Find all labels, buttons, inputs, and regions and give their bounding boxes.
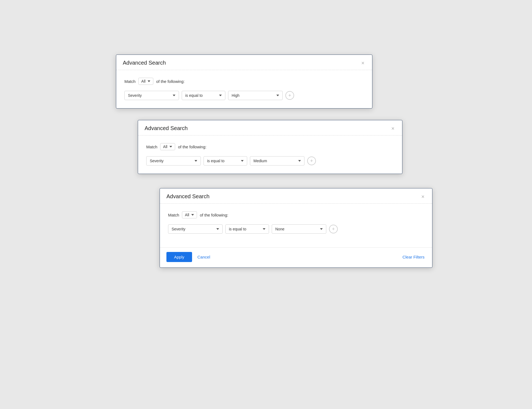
match-chevron-back bbox=[148, 80, 150, 82]
match-value-front: All bbox=[185, 213, 189, 217]
field-value-mid: Severity bbox=[150, 159, 164, 163]
dialog-header-front: Advanced Search × bbox=[160, 188, 432, 204]
match-select-front[interactable]: All bbox=[182, 211, 197, 218]
filter-row-back: Severity is equal to High + bbox=[124, 91, 364, 100]
value-chevron-back bbox=[276, 95, 279, 96]
field-value-front: Severity bbox=[172, 227, 186, 231]
of-following-back: of the following: bbox=[156, 79, 184, 84]
add-icon-back: + bbox=[288, 93, 291, 98]
dialog-back: Advanced Search × Match All of the follo… bbox=[116, 55, 372, 109]
dialog-header-back: Advanced Search × bbox=[116, 55, 372, 70]
field-value-back: Severity bbox=[128, 93, 142, 98]
clear-filters-button-front[interactable]: Clear Filters bbox=[401, 252, 426, 262]
operator-select-front[interactable]: is equal to bbox=[225, 224, 269, 234]
match-row-front: Match All of the following: bbox=[168, 211, 424, 218]
operator-chevron-back bbox=[219, 95, 222, 96]
dialog-front: Advanced Search × Match All of the follo… bbox=[160, 188, 432, 268]
dialog-title-mid: Advanced Search bbox=[145, 125, 188, 131]
operator-select-mid[interactable]: is equal to bbox=[204, 156, 247, 166]
match-label-back: Match bbox=[124, 79, 136, 84]
match-label-front: Match bbox=[168, 213, 179, 217]
value-select-back[interactable]: High bbox=[228, 91, 283, 100]
value-chevron-front bbox=[320, 228, 323, 230]
match-label-mid: Match bbox=[146, 145, 157, 149]
value-back: High bbox=[232, 93, 240, 98]
operator-value-front: is equal to bbox=[229, 227, 246, 231]
field-select-front[interactable]: Severity bbox=[168, 224, 223, 234]
value-select-mid[interactable]: Medium bbox=[250, 156, 304, 166]
match-row-back: Match All of the following: bbox=[124, 78, 364, 85]
match-value-back: All bbox=[141, 79, 146, 83]
field-chevron-front bbox=[216, 228, 219, 230]
dialog-body-mid: Match All of the following: Severity is … bbox=[138, 136, 402, 174]
value-chevron-mid bbox=[298, 160, 301, 162]
add-filter-back[interactable]: + bbox=[285, 91, 294, 100]
field-select-back[interactable]: Severity bbox=[124, 91, 179, 100]
match-chevron-mid bbox=[169, 146, 172, 148]
close-button-mid[interactable]: × bbox=[390, 126, 396, 131]
value-mid: Medium bbox=[253, 159, 267, 163]
match-value-mid: All bbox=[163, 145, 168, 149]
dialog-mid: Advanced Search × Match All of the follo… bbox=[138, 120, 402, 174]
add-filter-front[interactable]: + bbox=[329, 225, 338, 233]
operator-select-back[interactable]: is equal to bbox=[182, 91, 225, 100]
dialog-footer-front: Apply Cancel Clear Filters bbox=[160, 247, 432, 267]
field-select-mid[interactable]: Severity bbox=[146, 156, 201, 166]
close-button-back[interactable]: × bbox=[360, 60, 366, 66]
operator-value-mid: is equal to bbox=[207, 159, 225, 163]
operator-chevron-front bbox=[263, 228, 265, 230]
operator-chevron-mid bbox=[241, 160, 244, 162]
add-filter-mid[interactable]: + bbox=[307, 157, 316, 165]
dialog-title-back: Advanced Search bbox=[123, 60, 166, 66]
of-following-mid: of the following: bbox=[178, 145, 206, 149]
cancel-button-front[interactable]: Cancel bbox=[196, 252, 211, 262]
add-icon-front: + bbox=[332, 227, 335, 231]
operator-value-back: is equal to bbox=[185, 93, 203, 98]
match-chevron-front bbox=[191, 214, 194, 216]
dialog-body-back: Match All of the following: Severity is … bbox=[116, 70, 372, 108]
field-chevron-mid bbox=[195, 160, 197, 162]
close-button-front[interactable]: × bbox=[420, 194, 426, 199]
match-select-mid[interactable]: All bbox=[160, 143, 175, 150]
dialog-header-mid: Advanced Search × bbox=[138, 120, 402, 136]
filter-row-front: Severity is equal to None + bbox=[168, 224, 424, 234]
field-chevron-back bbox=[173, 95, 175, 96]
apply-button-front[interactable]: Apply bbox=[166, 252, 192, 262]
match-select-back[interactable]: All bbox=[138, 78, 154, 85]
dialog-title-front: Advanced Search bbox=[166, 193, 210, 200]
filter-row-mid: Severity is equal to Medium + bbox=[146, 156, 394, 166]
dialog-body-front: Match All of the following: Severity is … bbox=[160, 204, 432, 242]
of-following-front: of the following: bbox=[200, 213, 228, 217]
value-select-front[interactable]: None bbox=[272, 224, 326, 234]
match-row-mid: Match All of the following: bbox=[146, 143, 394, 150]
value-front: None bbox=[275, 227, 284, 231]
add-icon-mid: + bbox=[310, 158, 313, 163]
